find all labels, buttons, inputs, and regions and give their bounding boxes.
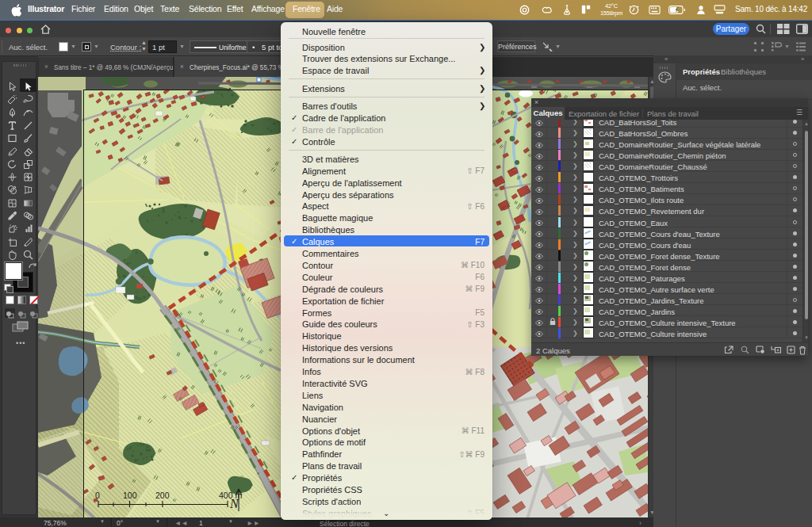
svg-text:0: 0 — [95, 491, 100, 500]
svg-text:200: 200 — [155, 491, 170, 500]
svg-text:100: 100 — [123, 491, 137, 500]
svg-text:N: N — [229, 497, 239, 510]
